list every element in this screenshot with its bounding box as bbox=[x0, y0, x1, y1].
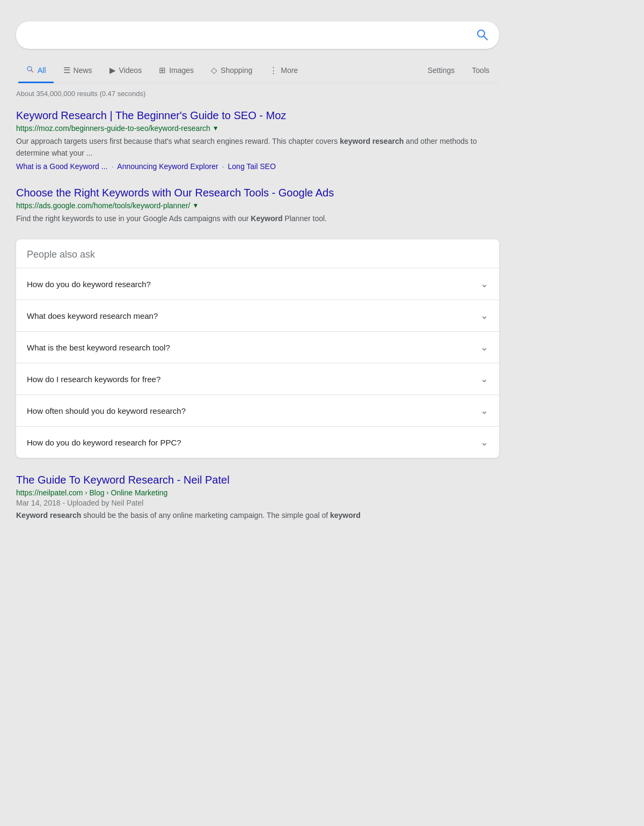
tab-news-label: News bbox=[74, 66, 92, 75]
search-icon bbox=[475, 28, 488, 41]
result-3-breadcrumb: https://neilpatel.com › Blog › Online Ma… bbox=[16, 488, 499, 497]
paa-chevron-5: ⌄ bbox=[480, 405, 488, 416]
tab-images[interactable]: ⊞ Images bbox=[151, 59, 201, 83]
paa-chevron-6: ⌄ bbox=[480, 436, 488, 448]
result-1-sitelinks: What is a Good Keyword ... · Announcing … bbox=[16, 162, 499, 171]
result-2-url-row: https://ads.google.com/home/tools/keywor… bbox=[16, 201, 499, 210]
paa-title: People also ask bbox=[16, 239, 499, 268]
tab-videos-label: Videos bbox=[119, 66, 142, 75]
svg-line-1 bbox=[484, 36, 488, 40]
paa-chevron-3: ⌄ bbox=[480, 341, 488, 353]
more-icon: ⋮ bbox=[269, 65, 277, 75]
paa-chevron-2: ⌄ bbox=[480, 310, 488, 321]
tab-settings[interactable]: Settings bbox=[420, 60, 463, 83]
sitelink-dot-1: · bbox=[111, 162, 113, 171]
sitelink-1-2[interactable]: Announcing Keyword Explorer bbox=[117, 162, 218, 171]
tab-more[interactable]: ⋮ More bbox=[262, 59, 305, 83]
result-3: The Guide To Keyword Research - Neil Pat… bbox=[16, 473, 499, 521]
tab-settings-label: Settings bbox=[428, 66, 455, 75]
paa-item-5[interactable]: How often should you do keyword research… bbox=[16, 394, 499, 426]
result-1: Keyword Research | The Beginner's Guide … bbox=[16, 108, 499, 171]
breadcrumb-arrow-1: › bbox=[85, 489, 87, 496]
results-count: About 354,000,000 results (0.47 seconds) bbox=[16, 90, 499, 98]
nav-tabs: All ☰ News ▶ Videos ⊞ Images ◇ Shopping … bbox=[16, 59, 499, 83]
result-2-title[interactable]: Choose the Right Keywords with Our Resea… bbox=[16, 186, 499, 200]
news-icon: ☰ bbox=[63, 65, 70, 75]
result-3-title[interactable]: The Guide To Keyword Research - Neil Pat… bbox=[16, 473, 499, 487]
page-wrapper: keyword research All ☰ News ▶ bbox=[0, 11, 515, 547]
sitelink-dot-2: · bbox=[222, 162, 224, 171]
paa-item-3[interactable]: What is the best keyword research tool? … bbox=[16, 331, 499, 363]
tab-shopping-label: Shopping bbox=[221, 66, 252, 75]
tab-tools[interactable]: Tools bbox=[464, 60, 497, 83]
tab-news[interactable]: ☰ News bbox=[56, 59, 100, 83]
search-input[interactable]: keyword research bbox=[27, 30, 475, 41]
result-2-url: https://ads.google.com/home/tools/keywor… bbox=[16, 201, 191, 210]
tab-tools-label: Tools bbox=[472, 66, 489, 75]
svg-line-3 bbox=[31, 70, 33, 72]
people-also-ask-box: People also ask How do you do keyword re… bbox=[16, 239, 499, 458]
tab-shopping[interactable]: ◇ Shopping bbox=[203, 59, 260, 83]
result-2: Choose the Right Keywords with Our Resea… bbox=[16, 186, 499, 224]
result-1-dropdown[interactable]: ▼ bbox=[213, 125, 219, 132]
videos-icon: ▶ bbox=[109, 65, 116, 75]
paa-question-5: How often should you do keyword research… bbox=[27, 406, 186, 415]
paa-item-4[interactable]: How do I research keywords for free? ⌄ bbox=[16, 363, 499, 394]
breadcrumb-arrow-2: › bbox=[107, 489, 109, 496]
paa-item-2[interactable]: What does keyword research mean? ⌄ bbox=[16, 299, 499, 331]
breadcrumb-domain: https://neilpatel.com bbox=[16, 488, 83, 497]
shopping-icon: ◇ bbox=[211, 65, 217, 75]
result-3-date: Mar 14, 2018 - Uploaded by Neil Patel bbox=[16, 499, 499, 507]
all-icon bbox=[26, 65, 34, 75]
result-2-snippet: Find the right keywords to use in your G… bbox=[16, 213, 499, 224]
sitelink-1-1[interactable]: What is a Good Keyword ... bbox=[16, 162, 107, 171]
tab-all-label: All bbox=[38, 66, 46, 75]
paa-chevron-1: ⌄ bbox=[480, 278, 488, 290]
images-icon: ⊞ bbox=[159, 65, 166, 75]
result-1-url: https://moz.com/beginners-guide-to-seo/k… bbox=[16, 124, 210, 133]
paa-question-4: How do I research keywords for free? bbox=[27, 375, 160, 384]
paa-question-3: What is the best keyword research tool? bbox=[27, 343, 170, 352]
result-1-snippet: Our approach targets users first because… bbox=[16, 135, 499, 159]
paa-question-1: How do you do keyword research? bbox=[27, 280, 151, 289]
result-1-title[interactable]: Keyword Research | The Beginner's Guide … bbox=[16, 108, 499, 122]
sitelink-1-3[interactable]: Long Tail SEO bbox=[228, 162, 276, 171]
search-button[interactable] bbox=[475, 28, 488, 42]
paa-question-6: How do you do keyword research for PPC? bbox=[27, 438, 181, 447]
result-1-url-row: https://moz.com/beginners-guide-to-seo/k… bbox=[16, 124, 499, 133]
result-3-snippet: Keyword research should be the basis of … bbox=[16, 509, 499, 521]
tab-all[interactable]: All bbox=[18, 59, 54, 83]
tab-videos[interactable]: ▶ Videos bbox=[102, 59, 150, 83]
paa-chevron-4: ⌄ bbox=[480, 373, 488, 385]
breadcrumb-blog: Blog bbox=[90, 488, 105, 497]
result-2-dropdown[interactable]: ▼ bbox=[193, 202, 199, 209]
paa-item-1[interactable]: How do you do keyword research? ⌄ bbox=[16, 268, 499, 299]
tab-more-label: More bbox=[281, 66, 298, 75]
breadcrumb-marketing: Online Marketing bbox=[111, 488, 168, 497]
tab-images-label: Images bbox=[169, 66, 194, 75]
search-bar: keyword research bbox=[16, 21, 499, 49]
paa-item-6[interactable]: How do you do keyword research for PPC? … bbox=[16, 426, 499, 458]
paa-question-2: What does keyword research mean? bbox=[27, 311, 158, 320]
